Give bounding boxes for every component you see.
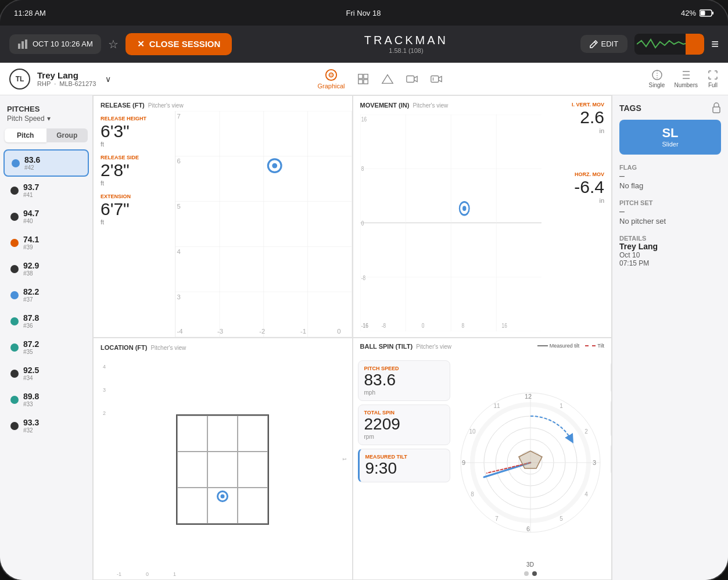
svg-text:2: 2 [584,428,588,435]
pitch-sort-label: Pitch Speed [7,114,45,123]
pitch-dot [12,159,20,167]
list-item[interactable]: 89.8#33 [3,387,89,412]
horz-mov-unit: in [574,197,604,204]
pitch-set-dash: – [619,206,721,217]
view-graphical-button[interactable]: Graphical [317,69,345,89]
pitch-group-tabs: Pitch Group [5,128,88,142]
player-avatar: TL [9,69,30,89]
svg-text:1: 1 [560,403,563,409]
flag-title: FLAG [619,164,721,171]
measured-tilt-card: MEASURED TILT 9:30 [358,449,450,483]
player-initials: TL [16,75,24,83]
sz-cell [238,452,268,488]
pitch-number: #42 [24,164,40,171]
list-item[interactable]: 83.6 #42 [3,149,89,177]
sz-cell [177,488,207,524]
tags-title: TAGS [619,103,641,113]
svg-rect-1 [712,12,713,15]
view-triangle-button[interactable] [381,73,394,85]
svg-text:-1: -1 [300,328,306,335]
tab-group[interactable]: Group [46,128,88,142]
sz-cell [238,488,268,524]
spin-clock-svg: 12 3 6 9 1 2 4 5 7 8 10 11 [455,387,606,538]
svg-point-43 [272,163,277,169]
vert-mov-unit: in [572,127,604,134]
player-header: TL Trey Lang RHP · MLB-621273 ∨ Graphica… [0,63,728,95]
menu-button[interactable]: ≡ [711,37,719,52]
svg-text:0: 0 [361,220,364,227]
full-view-button[interactable]: Full [707,69,719,88]
edit-button[interactable]: EDIT [580,35,628,53]
svg-rect-3 [18,44,20,49]
pitch-speed-card-unit: mph [364,389,444,396]
edit-label: EDIT [601,40,619,48]
svg-text:7: 7 [177,113,181,120]
single-view-button[interactable]: Single [649,69,665,88]
list-item[interactable]: 94.7#40 [3,204,89,229]
svg-text:-16: -16 [361,322,368,330]
brand-center: TRACKMAN 1.58.1 (108) [239,34,573,54]
tag-slider-button[interactable]: SL Slider [619,120,721,155]
list-item[interactable]: 93.3#32 [3,413,89,438]
pitch-speed-card-value: 83.6 [364,371,444,389]
measured-tilt-label: Measured tilt [550,343,580,349]
list-item[interactable]: 82.2#37 [3,282,89,307]
list-item[interactable]: 93.7#41 [3,178,89,203]
list-item[interactable]: 87.2#35 [3,335,89,360]
location-dot [217,491,228,502]
spin-label: BALL SPIN (TILT) [360,343,413,350]
view-video1-button[interactable] [406,73,418,85]
list-item[interactable]: 87.8#36 [3,309,89,334]
star-button[interactable]: ☆ [108,37,119,51]
total-spin-card: TOTAL SPIN 2209 rpm [358,404,450,445]
numbers-label: Numbers [674,82,698,88]
view-grid-button[interactable] [357,73,370,85]
tags-header: TAGS [619,102,721,114]
svg-text:11: 11 [493,403,500,409]
top-nav: OCT 10 10:26 AM ☆ ✕ CLOSE SESSION TRACKM… [0,26,728,63]
waveform-preview[interactable] [634,34,704,55]
release-side-value: 2'8" [101,160,168,180]
svg-text:3: 3 [177,293,181,300]
session-button[interactable]: OCT 10 10:26 AM [9,34,101,54]
numbers-icon [680,69,692,81]
movement-scatter-chart: 16 8 0 -8 -16 -16 -8 0 8 16 [360,114,542,331]
toggle-dot-1[interactable] [524,571,529,576]
pitch-speed-card: PITCH SPEED 83.6 mph [358,360,450,401]
svg-text:8: 8 [361,165,364,173]
release-extension-value: 6'7" [101,199,168,219]
video2-icon [430,73,443,85]
svg-rect-89 [713,107,720,113]
graphical-label: Graphical [317,83,345,89]
horz-mov-value: -6.4 [574,177,604,197]
svg-marker-17 [438,76,442,81]
sz-cell [177,416,207,452]
pitch-sort-dropdown[interactable]: Pitch Speed ▾ [7,114,85,123]
tags-panel: TAGS SL Slider FLAG – No flag PITCH SET … [612,95,728,580]
tab-pitch[interactable]: Pitch [5,128,46,142]
toggle-dot-2[interactable] [532,571,537,576]
player-chevron-icon[interactable]: ∨ [105,74,111,84]
sz-cell [207,452,238,488]
flag-section: FLAG – No flag [619,160,721,190]
pitch-dot [10,422,19,430]
movement-label: MOVEMENT (IN) [360,102,410,109]
active-spin-card: ACTIVE SPIN 665 rpm [611,398,612,439]
release-height-unit: ft [101,141,168,148]
view-video2-button[interactable] [430,73,443,85]
svg-marker-15 [414,76,417,81]
sz-cell [238,416,268,452]
pitch-set-sub: No pitcher set [619,217,721,225]
list-item[interactable]: 92.5#34 [3,361,89,386]
list-item[interactable]: 74.1#39 [3,230,89,255]
numbers-view-button[interactable]: Numbers [674,69,698,88]
horz-mov-container: HORZ. MOV -6.4 in [574,171,604,204]
close-session-button[interactable]: ✕ CLOSE SESSION [125,33,232,55]
pitch-dot [10,265,19,273]
solid-line-icon [537,345,548,346]
view-icons: Graphical [118,69,641,89]
details-title: DETAILS [619,235,721,242]
pitch-dot [10,187,19,195]
list-item[interactable]: 92.9#38 [3,256,89,281]
svg-text:-4: -4 [177,328,183,335]
